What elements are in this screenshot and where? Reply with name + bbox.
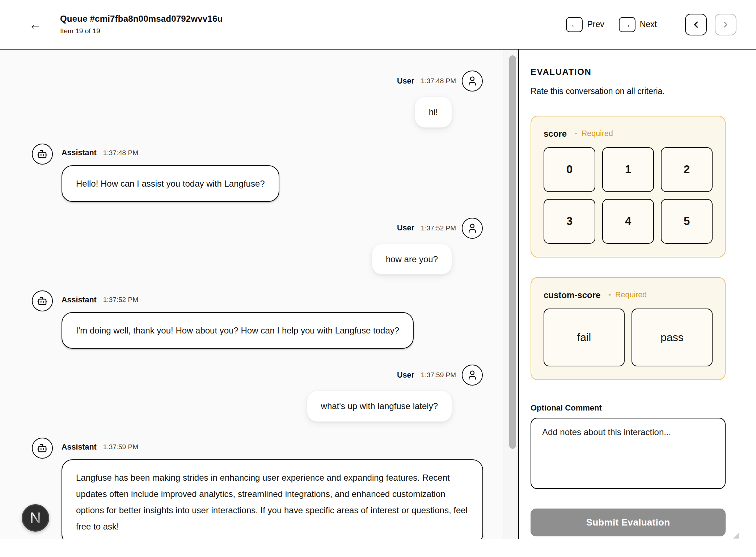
option-score-3[interactable]: 3 <box>544 199 595 244</box>
required-badge: Required <box>582 129 613 138</box>
page-next-button[interactable] <box>715 14 736 35</box>
arrow-left-key-icon: ← <box>566 17 583 32</box>
chat-message-user: User 1:37:52 PM how are you? <box>0 218 518 275</box>
chat-message-list: User 1:37:48 PM hi! Assistant 1:37:48 PM… <box>0 71 518 539</box>
required-dot-icon: · <box>575 128 578 139</box>
option-score-2[interactable]: 2 <box>661 147 713 192</box>
message-bubble: Langfuse has been making strides in enha… <box>62 459 483 539</box>
message-timestamp: 1:37:48 PM <box>421 77 456 85</box>
message-header: Assistant 1:37:52 PM <box>62 293 138 307</box>
next-item-button[interactable]: → Next <box>619 17 657 32</box>
message-header: Assistant 1:37:59 PM <box>62 440 138 454</box>
message-header: User 1:37:48 PM <box>397 71 483 92</box>
criterion-options: 012345 <box>544 147 713 244</box>
chat-message-assistant: Assistant 1:37:52 PM I'm doing well, tha… <box>0 290 518 349</box>
back-button[interactable]: ← <box>28 17 43 33</box>
annotation-queue-page: ← Queue #cmi7fba8n00msad0792wvv16u Item … <box>0 0 756 557</box>
chat-message-assistant: Assistant 1:37:48 PM Hello! How can I as… <box>0 144 518 202</box>
comment-label: Optional Comment <box>531 403 726 413</box>
option-custom-score-fail[interactable]: fail <box>544 309 625 366</box>
evaluation-heading: EVALUATION <box>531 67 726 77</box>
option-custom-score-pass[interactable]: pass <box>632 309 713 366</box>
chevron-left-icon <box>691 20 701 30</box>
option-score-1[interactable]: 1 <box>602 147 654 192</box>
chat-message-user: User 1:37:48 PM hi! <box>0 71 518 128</box>
submit-evaluation-button[interactable]: Submit Evaluation <box>531 509 726 536</box>
assistant-avatar <box>32 438 53 459</box>
criterion-card: score · Required 012345 <box>531 116 726 258</box>
option-score-0[interactable]: 0 <box>544 147 595 192</box>
message-timestamp: 1:37:52 PM <box>103 296 138 304</box>
message-bubble: what's up with langfuse lately? <box>307 391 452 422</box>
bot-icon <box>37 149 48 160</box>
conversation-pane: User 1:37:48 PM hi! Assistant 1:37:48 PM… <box>0 50 518 539</box>
option-score-4[interactable]: 4 <box>602 199 654 244</box>
required-dot-icon: · <box>608 289 612 301</box>
chat-message-user: User 1:37:59 PM what's up with langfuse … <box>0 365 518 422</box>
assistant-avatar <box>32 144 53 165</box>
item-counter: Item 19 of 19 <box>60 27 223 35</box>
next-label: Next <box>640 20 657 29</box>
required-badge: Required <box>615 290 647 299</box>
message-author: Assistant <box>62 295 97 305</box>
message-timestamp: 1:37:59 PM <box>103 443 138 451</box>
user-icon <box>467 223 478 234</box>
criterion-header: score · Required <box>544 128 713 139</box>
comment-input[interactable] <box>531 418 726 489</box>
message-header: User 1:37:52 PM <box>397 218 483 239</box>
nextjs-logo-icon: N <box>30 509 41 527</box>
pager-buttons <box>685 14 736 35</box>
prev-label: Prev <box>587 20 604 29</box>
message-bubble: Hello! How can I assist you today with L… <box>62 165 279 202</box>
criterion-header: custom-score · Required <box>544 289 713 301</box>
user-icon <box>467 76 478 86</box>
evaluation-panel: EVALUATION Rate this conversation on all… <box>519 50 756 539</box>
message-bubble: hi! <box>415 97 452 128</box>
message-author: User <box>397 77 414 86</box>
user-avatar <box>462 71 483 92</box>
message-timestamp: 1:37:59 PM <box>421 371 456 379</box>
criterion-card: custom-score · Required failpass <box>531 277 726 380</box>
user-avatar <box>462 218 483 239</box>
message-header: Assistant 1:37:48 PM <box>62 146 138 160</box>
message-author: Assistant <box>62 443 97 452</box>
message-timestamp: 1:37:52 PM <box>421 224 456 232</box>
criterion-name: custom-score <box>544 290 600 300</box>
message-timestamp: 1:37:48 PM <box>103 149 138 157</box>
message-bubble: I'm doing well, thank you! How about you… <box>62 312 414 349</box>
resize-grip-icon[interactable] <box>733 532 739 539</box>
title-block: Queue #cmi7fba8n00msad0792wvv16u Item 19… <box>60 14 223 35</box>
chat-scrollbar-thumb[interactable] <box>509 55 516 449</box>
message-header: User 1:37:59 PM <box>397 365 483 386</box>
chat-message-assistant: Assistant 1:37:59 PM Langfuse has been m… <box>0 438 518 539</box>
header: ← Queue #cmi7fba8n00msad0792wvv16u Item … <box>0 0 756 50</box>
message-author: User <box>397 224 414 233</box>
evaluation-instruction: Rate this conversation on all criteria. <box>531 86 726 96</box>
criterion-options: failpass <box>544 309 713 366</box>
nextjs-dev-badge[interactable]: N <box>22 504 49 532</box>
user-avatar <box>462 365 483 386</box>
arrow-right-key-icon: → <box>619 17 635 32</box>
bot-icon <box>37 443 48 454</box>
page-title: Queue #cmi7fba8n00msad0792wvv16u <box>60 14 223 24</box>
chevron-right-icon <box>721 20 730 29</box>
chat-scrollbar[interactable] <box>503 50 518 539</box>
option-score-5[interactable]: 5 <box>661 199 713 244</box>
page-prev-button[interactable] <box>685 14 707 35</box>
back-arrow-icon: ← <box>29 17 42 32</box>
message-author: User <box>397 371 414 380</box>
prev-item-button[interactable]: ← Prev <box>566 17 604 32</box>
assistant-avatar <box>32 290 53 311</box>
message-bubble: how are you? <box>372 244 452 275</box>
bot-icon <box>37 295 48 306</box>
user-icon <box>467 370 478 380</box>
criteria-list: score · Required 012345 custom-score · R… <box>531 116 726 380</box>
message-author: Assistant <box>62 148 97 157</box>
criterion-name: score <box>544 129 567 139</box>
